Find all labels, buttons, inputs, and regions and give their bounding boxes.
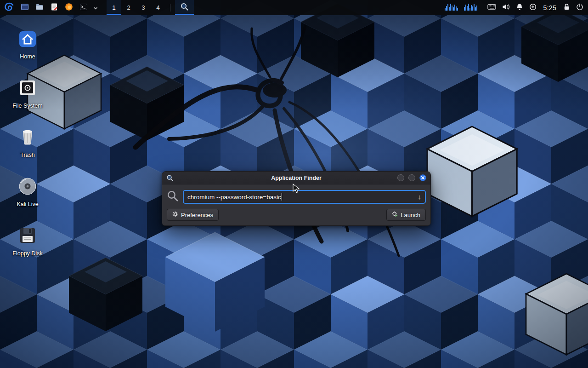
screen-lock-icon[interactable] (563, 3, 570, 12)
kali-logo-icon (3, 1, 15, 15)
desktop-icon-label: Floppy Disk (6, 250, 50, 257)
floppy-icon (17, 225, 38, 247)
desktop-icon-label: Home (6, 53, 50, 60)
firefox-icon (65, 3, 73, 13)
launcher-terminal[interactable] (76, 0, 91, 15)
kali-menu-button[interactable] (0, 0, 17, 15)
gear-icon (172, 211, 178, 218)
panel-separator (170, 4, 170, 12)
taskbar-application-finder[interactable] (175, 0, 194, 15)
home-icon (17, 29, 38, 51)
desktop-icon-filesystem[interactable]: File System (6, 76, 50, 109)
dropdown-arrow-icon[interactable]: ↓ (418, 193, 422, 200)
workspace-switcher: 1 2 3 4 (107, 0, 165, 15)
search-input[interactable]: chromium --password-store=basic ↓ (183, 190, 426, 204)
trash-icon (17, 127, 38, 149)
power-icon[interactable] (576, 3, 583, 12)
window-titlebar[interactable]: Application Finder (162, 172, 430, 184)
clock[interactable]: 5:25 (543, 4, 557, 12)
keyboard-icon[interactable] (487, 4, 496, 12)
minimize-button[interactable] (397, 174, 404, 181)
window-title: Application Finder (162, 175, 430, 181)
launch-label: Launch (401, 212, 420, 218)
text-caret (282, 193, 283, 201)
desktop-icon-trash[interactable]: Trash (6, 125, 50, 158)
desktop-icon-kali-live[interactable]: Kali Live (6, 174, 50, 207)
system-tray: 5:25 (445, 0, 588, 15)
terminal-icon (79, 3, 88, 13)
audio-spectrum-icon[interactable] (445, 2, 481, 13)
launcher-text-editor[interactable] (47, 0, 62, 15)
mouse-cursor (293, 184, 300, 194)
document-edit-icon (50, 3, 58, 13)
preferences-label: Preferences (181, 212, 213, 218)
workspace-2[interactable]: 2 (121, 0, 136, 15)
desktop-icon-label: Kali Live (6, 201, 50, 207)
desktop-icon-label: Trash (6, 152, 50, 158)
preferences-button[interactable]: Preferences (167, 209, 219, 221)
notifications-bell-icon[interactable] (516, 3, 523, 12)
maximize-button[interactable] (408, 174, 415, 181)
filesystem-icon (17, 78, 38, 100)
disc-icon (17, 176, 38, 198)
launcher-window-manager[interactable] (17, 0, 32, 15)
folder-icon (35, 3, 44, 13)
search-input-text: chromium --password-store=basic (187, 194, 281, 201)
launch-button[interactable]: Launch (386, 209, 426, 221)
window-icon (21, 3, 29, 13)
workspace-4[interactable]: 4 (151, 0, 165, 15)
desktop-icon-floppy[interactable]: Floppy Disk (6, 224, 50, 257)
launcher-firefox[interactable] (62, 0, 76, 15)
desktop-icon-home[interactable]: Home (6, 27, 50, 60)
top-panel: 1 2 3 4 5:25 (0, 0, 588, 15)
close-button[interactable] (419, 174, 426, 181)
desktop-icon-label: File System (6, 103, 50, 109)
workspace-1[interactable]: 1 (107, 0, 121, 15)
application-finder-window: Application Finder chromium --password-s… (162, 171, 431, 226)
launcher-file-manager[interactable] (32, 0, 47, 15)
app-finder-icon (180, 2, 189, 13)
launch-icon (392, 211, 398, 218)
chevron-down-icon (93, 4, 98, 12)
workspace-3[interactable]: 3 (136, 0, 151, 15)
volume-icon[interactable] (502, 3, 510, 12)
status-orb-icon[interactable] (529, 3, 537, 12)
launcher-dropdown[interactable] (91, 0, 100, 15)
search-icon (167, 190, 179, 204)
